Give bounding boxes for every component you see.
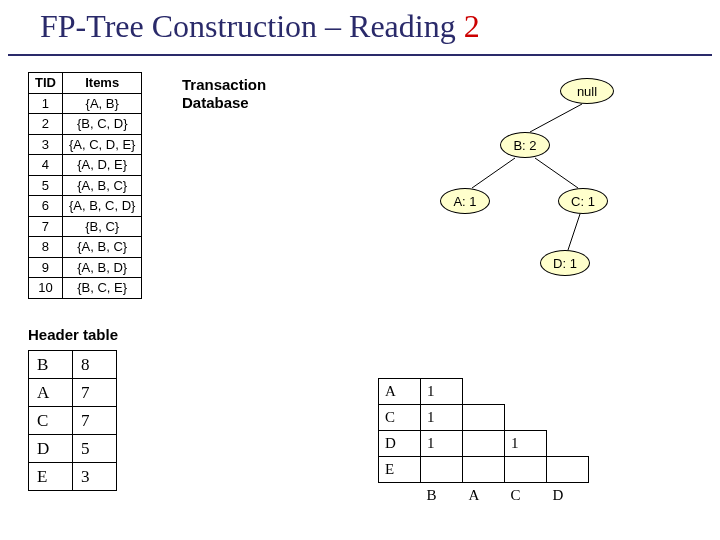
page-title: FP-Tree Construction – Reading 2	[40, 8, 480, 45]
table-row: C7	[29, 407, 117, 435]
table-row: TID Items	[29, 73, 142, 94]
transaction-db-label: Transaction Database	[182, 76, 266, 112]
col-header-tid: TID	[29, 73, 63, 94]
table-row: 1{A, B}	[29, 93, 142, 114]
svg-line-3	[568, 214, 580, 250]
table-row: D 1 1	[379, 431, 589, 457]
svg-line-2	[535, 158, 578, 188]
table-row: E	[379, 457, 589, 483]
table-row: 3{A, C, D, E}	[29, 134, 142, 155]
table-row: E3	[29, 463, 117, 491]
tree-node-a1: A: 1	[440, 188, 490, 214]
transaction-table: TID Items 1{A, B} 2{B, C, D} 3{A, C, D, …	[28, 72, 142, 299]
table-row: A 1	[379, 379, 589, 405]
table-row: 8{A, B, C}	[29, 237, 142, 258]
header-table: B8 A7 C7 D5 E3	[28, 350, 117, 491]
table-row: 4{A, D, E}	[29, 155, 142, 176]
tree-node-d1: D: 1	[540, 250, 590, 276]
table-row: 2{B, C, D}	[29, 114, 142, 135]
tree-node-null: null	[560, 78, 614, 104]
table-row: B8	[29, 351, 117, 379]
cooccurrence-matrix: A 1 C 1 D 1 1 E B A C D	[378, 378, 589, 509]
fp-tree: null B: 2 A: 1 C: 1 D: 1	[300, 60, 700, 320]
table-row: C 1	[379, 405, 589, 431]
col-header-items: Items	[62, 73, 141, 94]
table-row: 10{B, C, E}	[29, 278, 142, 299]
tree-node-b2: B: 2	[500, 132, 550, 158]
svg-line-0	[530, 104, 582, 132]
table-row: B A C D	[379, 483, 589, 509]
title-step-number: 2	[464, 8, 480, 44]
table-row: 6{A, B, C, D}	[29, 196, 142, 217]
tree-node-c1: C: 1	[558, 188, 608, 214]
table-row: 5{A, B, C}	[29, 175, 142, 196]
table-row: D5	[29, 435, 117, 463]
svg-line-1	[472, 158, 515, 188]
title-underline	[8, 54, 712, 56]
tree-edges	[300, 60, 700, 320]
table-row: 9{A, B, D}	[29, 257, 142, 278]
table-row: A7	[29, 379, 117, 407]
title-text: FP-Tree Construction – Reading	[40, 8, 464, 44]
header-table-label: Header table	[28, 326, 118, 343]
table-row: 7{B, C}	[29, 216, 142, 237]
